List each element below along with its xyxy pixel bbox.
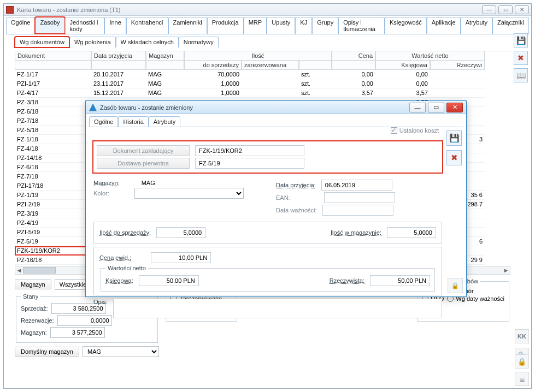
ilosc-sprzedazy-field[interactable] — [156, 227, 205, 238]
table-row[interactable]: FZ-1/1720.10.2017MAG70,0000szt.0,000,00 — [15, 70, 510, 79]
layers-icon[interactable]: ≣ — [515, 372, 529, 386]
footer-icons: 🔒 ≣ — [515, 354, 529, 386]
tab-atrybuty[interactable]: Atrybuty — [461, 17, 492, 34]
col-dokument[interactable]: Dokument — [15, 51, 91, 61]
default-magazyn-button[interactable]: Domyślny magazyn — [15, 347, 79, 357]
dialog-delete-icon[interactable]: ✖ — [446, 150, 462, 165]
tab-jednostki-i-kody[interactable]: Jednostki i kody — [65, 17, 105, 34]
col-cena[interactable]: Cena — [332, 51, 375, 61]
dialog-icon — [89, 104, 97, 111]
tab-grupy[interactable]: Grupy — [312, 17, 338, 34]
dialog-tabs: OgólneHistoriaAtrybuty — [89, 116, 463, 127]
dialog-close-button[interactable]: ✕ — [446, 103, 463, 112]
tab-kj[interactable]: KJ — [295, 17, 312, 34]
dokument-zakladajacy-field[interactable] — [195, 145, 304, 156]
ksiegowa-field[interactable] — [139, 275, 199, 286]
ustalono-koszt-check[interactable]: Ustalono koszt — [391, 127, 439, 134]
magazyn-value: MAG — [142, 180, 155, 186]
window-title: Karta towaru - zostanie zmieniona (T1) — [17, 7, 482, 13]
tab-inne[interactable]: Inne — [104, 17, 126, 34]
magazyn-button[interactable]: Magazyn — [15, 280, 51, 289]
dostawa-pierwotna-field[interactable] — [195, 158, 304, 169]
data-przyjecia-field[interactable] — [321, 180, 392, 191]
col-magazyn[interactable]: Magazyn — [146, 51, 184, 61]
table-row[interactable]: PZ-4/1715.12.2017MAG1,0000szt.3,573,57 — [15, 88, 510, 98]
dialog-tab-atrybuty[interactable]: Atrybuty — [149, 116, 180, 127]
dialog-titlebar: Zasób towaru - zostanie zmieniony — ▭ ✕ — [86, 101, 466, 114]
dostawa-pierwotna-button[interactable]: Dostawa pierwotna — [97, 158, 190, 169]
close-button[interactable]: ✕ — [515, 5, 529, 14]
tab-księgowość[interactable]: Księgowość — [385, 17, 427, 34]
tab-kontrahenci[interactable]: Kontrahenci — [126, 17, 168, 34]
col-ilosc[interactable]: Ilość — [184, 51, 332, 61]
main-tabs: OgólneZasobyJednostki i kodyInneKontrahe… — [6, 17, 529, 34]
subtab-wg-położenia[interactable]: Wg położenia — [69, 37, 116, 47]
dialog-save-icon[interactable]: 💾 — [446, 130, 462, 146]
cena-ewid-field[interactable] — [151, 252, 211, 263]
tab-zasoby[interactable]: Zasoby — [35, 17, 64, 34]
opis-field[interactable] — [113, 299, 442, 318]
col-wartosc[interactable]: Wartość netto — [375, 51, 485, 61]
resource-dialog: Zasób towaru - zostanie zmieniony — ▭ ✕ … — [85, 100, 467, 297]
data-waznosci-field[interactable] — [322, 205, 393, 216]
dokument-zakladajacy-button[interactable]: Dokument zakładający — [97, 145, 190, 156]
table-row[interactable]: PZI-1/1723.11.2017MAG1,0000szt.0,000,00 — [15, 79, 510, 88]
scroll-left-icon[interactable]: ◄ — [15, 266, 23, 274]
dialog-tab-historia[interactable]: Historia — [118, 116, 148, 127]
tab-opisy-i-tłumaczenia[interactable]: Opisy i tłumaczenia — [338, 17, 385, 34]
ean-field[interactable] — [324, 192, 395, 203]
kolor-combo[interactable] — [134, 188, 244, 199]
ilosc-magazyn-field[interactable] — [387, 227, 436, 238]
tab-aplikacje[interactable]: Aplikacje — [427, 17, 461, 34]
maximize-button[interactable]: ▭ — [498, 5, 513, 14]
dialog-tab-ogólne[interactable]: Ogólne — [89, 116, 118, 127]
col-dosprz[interactable]: do sprzedaży — [184, 61, 242, 70]
subtab-wg-dokumentów[interactable]: Wg dokumentów — [15, 37, 69, 47]
save-icon[interactable]: 💾 — [514, 33, 528, 47]
col-zarez[interactable]: zarezerwowana — [242, 61, 299, 70]
scroll-right-icon[interactable]: ► — [502, 266, 510, 274]
scroll-thumb[interactable] — [23, 267, 56, 274]
dialog-title: Zasób towaru - zostanie zmieniony — [100, 104, 409, 111]
sub-tabs: Wg dokumentówWg położeniaW składach celn… — [15, 37, 528, 47]
col-data[interactable]: Data przyjęcia — [91, 51, 146, 61]
dialog-maximize-button[interactable]: ▭ — [428, 103, 444, 112]
tab-załączniki[interactable]: Załączniki — [492, 17, 529, 34]
col-rzecz[interactable]: Rzeczywi — [430, 61, 485, 70]
magazyn-qty-field[interactable] — [50, 327, 105, 338]
tab-upusty[interactable]: Upusty — [267, 17, 295, 34]
dialog-minimize-button[interactable]: — — [409, 103, 426, 112]
book-icon[interactable]: 📖 — [514, 68, 528, 82]
col-ksieg[interactable]: Księgowa — [375, 61, 430, 70]
rzeczywista-field[interactable] — [370, 275, 430, 286]
tab-ogólne[interactable]: Ogólne — [6, 17, 35, 34]
highlighted-fields: Dokument zakładający Dostawa pierwotna — [93, 141, 442, 173]
delete-icon[interactable]: ✖ — [514, 51, 528, 65]
subtab-w-składach-celnych[interactable]: W składach celnych — [116, 37, 179, 47]
lock-icon[interactable]: 🔒 — [515, 354, 529, 369]
tab-produkcja[interactable]: Produkcja — [207, 17, 244, 34]
kk-button[interactable]: KK — [515, 329, 529, 343]
minimize-button[interactable]: — — [482, 5, 496, 14]
subtab-normatywy[interactable]: Normatywy — [179, 37, 219, 47]
default-magazyn-combo[interactable]: MAG — [83, 346, 159, 357]
app-icon — [6, 6, 14, 14]
tab-zamienniki[interactable]: Zamienniki — [168, 17, 207, 34]
tab-mrp[interactable]: MRP — [244, 17, 267, 34]
right-toolbar: 💾 ✖ 📖 — [513, 33, 529, 82]
dialog-lock-icon[interactable]: 🔒 — [448, 278, 463, 293]
titlebar: Karta towaru - zostanie zmieniona (T1) —… — [4, 4, 531, 16]
